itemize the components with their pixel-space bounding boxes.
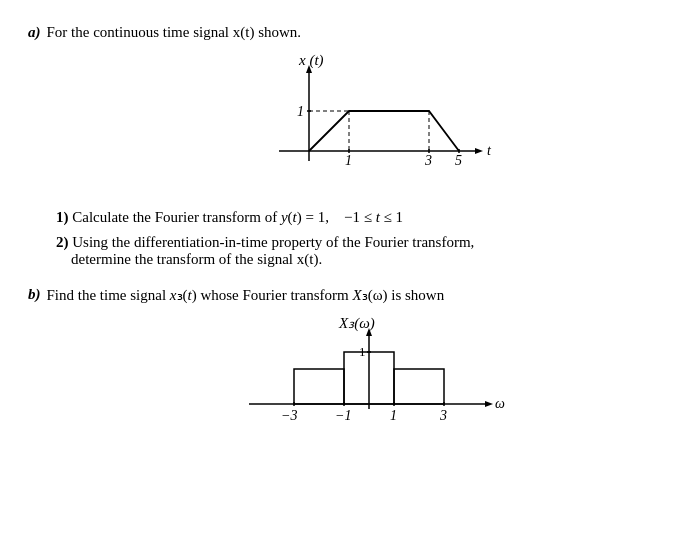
- omega-axis-arrow: [485, 401, 493, 407]
- tick-label-neg3: −3: [281, 408, 297, 423]
- omega-label: ω: [495, 396, 505, 411]
- t-label: t: [487, 143, 492, 158]
- part-a-header: a) For the continuous time signal x(t) s…: [28, 24, 649, 41]
- part-b-header: b) Find the time signal x₃(t) whose Four…: [28, 286, 649, 304]
- left-rect: [294, 369, 344, 404]
- x-axis-arrow: [475, 148, 483, 154]
- graph-x3-container: X₃(ω) 1: [68, 314, 649, 444]
- part-a-text: For the continuous time signal x(t) show…: [47, 24, 302, 41]
- tick-label-1: 1: [390, 408, 397, 423]
- part-b-label: b): [28, 286, 41, 303]
- questions-container: 1) Calculate the Fourier transform of y(…: [56, 209, 649, 268]
- graph-xt-container: x (t) 1 3 5: [88, 51, 649, 191]
- q1-text: 1) Calculate the Fourier transform of y(…: [56, 209, 403, 226]
- part-b-text: Find the time signal x₃(t) whose Fourier…: [47, 286, 445, 304]
- signal-xt: [309, 111, 459, 151]
- question-1: 1) Calculate the Fourier transform of y(…: [56, 209, 649, 226]
- tick-label-y1: 1: [297, 104, 304, 119]
- tick-label-x1: 1: [345, 153, 352, 168]
- tick-label-y-1: 1: [359, 344, 366, 359]
- graph-xt: x (t) 1 3 5: [239, 51, 499, 191]
- tick-label-neg1: −1: [335, 408, 351, 423]
- part-b-section: b) Find the time signal x₃(t) whose Four…: [28, 286, 649, 444]
- right-rect: [394, 369, 444, 404]
- graph-xt-ylabel: x (t): [298, 52, 324, 69]
- tick-label-x5: 5: [455, 153, 462, 168]
- tick-label-3: 3: [439, 408, 447, 423]
- q2-text: 2) Using the differentiation-in-time pro…: [56, 234, 474, 267]
- part-a-label: a): [28, 24, 41, 41]
- part-a-section: a) For the continuous time signal x(t) s…: [28, 24, 649, 268]
- tick-label-x3: 3: [424, 153, 432, 168]
- question-2: 2) Using the differentiation-in-time pro…: [56, 234, 649, 268]
- graph-x3: X₃(ω) 1: [219, 314, 499, 444]
